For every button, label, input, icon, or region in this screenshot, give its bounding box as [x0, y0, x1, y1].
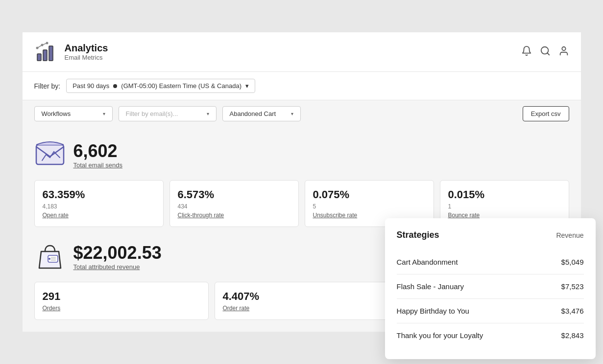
orders-value: 291 — [43, 290, 200, 303]
revenue-label[interactable]: Total attributed revenue — [73, 263, 162, 271]
time-range-value: Past 90 days — [72, 82, 109, 90]
ctr-count: 434 — [178, 203, 290, 210]
bounce-label[interactable]: Bounce rate — [448, 212, 561, 219]
orders-card: 291 Orders — [34, 282, 209, 320]
order-rate-value: 4.407% — [223, 290, 381, 303]
app-title: Analytics — [65, 43, 108, 54]
strategy-revenue-2: $7,523 — [561, 282, 584, 291]
strategies-header: Strategies Revenue — [397, 230, 584, 240]
email-filter-label: Filter by email(s)... — [126, 110, 178, 117]
svg-rect-10 — [36, 145, 64, 164]
strategy-revenue-3: $3,476 — [561, 307, 584, 315]
orders-label[interactable]: Orders — [43, 305, 200, 312]
unsub-label[interactable]: Unsubscribe rate — [313, 212, 426, 219]
strategy-row-4: Thank you for your Loyalty $2,843 — [397, 323, 584, 347]
header-title-group: Analytics Email Metrics — [65, 43, 108, 61]
sends-number: 6,602 — [73, 141, 122, 161]
timezone-dot-icon — [113, 84, 117, 88]
header-icon-group — [521, 46, 569, 58]
strategy-row-1: Cart Abandonment $5,049 — [397, 250, 584, 274]
revenue-number: $22,002.53 — [73, 243, 162, 263]
strategy-row-2: Flash Sale - January $7,523 — [397, 274, 584, 299]
filter-bar: Filter by: Past 90 days (GMT-05:00) East… — [23, 72, 581, 100]
bell-icon[interactable] — [521, 46, 532, 58]
strategy-revenue-1: $5,049 — [561, 258, 584, 266]
export-csv-button[interactable]: Export csv — [523, 106, 569, 121]
filter-dropdowns: Workflows ▾ Filter by email(s)... ▾ Aban… — [34, 106, 301, 121]
sends-section: 6,602 Total email sends — [34, 139, 569, 170]
strategy-name-2: Flash Sale - January — [397, 282, 464, 291]
strategy-name-4: Thank you for your Loyalty — [397, 331, 483, 340]
ctr-pct: 6.573% — [178, 188, 290, 201]
abandoned-cart-label: Abandoned Cart — [230, 110, 276, 117]
workflows-chevron-icon: ▾ — [103, 111, 105, 116]
filter-by-label: Filter by: — [34, 82, 61, 90]
email-filter-dropdown[interactable]: Filter by email(s)... ▾ — [119, 106, 217, 121]
svg-line-8 — [547, 53, 549, 55]
workflows-label: Workflows — [42, 110, 71, 117]
email-sends-icon — [34, 139, 66, 170]
time-range-button[interactable]: Past 90 days (GMT-05:00) Eastern Time (U… — [66, 79, 255, 93]
svg-point-12 — [48, 258, 50, 260]
revenue-info: $22,002.53 Total attributed revenue — [73, 243, 162, 271]
svg-rect-2 — [49, 46, 53, 61]
user-icon[interactable] — [558, 46, 569, 58]
search-icon[interactable] — [540, 46, 551, 58]
sends-label[interactable]: Total email sends — [73, 161, 122, 169]
svg-rect-0 — [37, 54, 41, 61]
revenue-icon — [34, 241, 66, 272]
svg-rect-1 — [43, 50, 47, 61]
sends-info: 6,602 Total email sends — [73, 141, 122, 169]
open-rate-card: 63.359% 4,183 Open rate — [34, 180, 164, 227]
strategy-name-1: Cart Abandonment — [397, 258, 458, 266]
ctr-card: 6.573% 434 Click-through rate — [169, 180, 299, 227]
timezone-value: (GMT-05:00) Eastern Time (US & Canada) — [121, 82, 241, 90]
unsub-count: 5 — [313, 203, 426, 210]
bounce-pct: 0.015% — [448, 188, 561, 201]
unsub-pct: 0.075% — [313, 188, 426, 201]
strategy-revenue-4: $2,843 — [561, 331, 584, 340]
ctr-label[interactable]: Click-through rate — [178, 212, 290, 219]
strategy-row-3: Happy Birthday to You $3,476 — [397, 299, 584, 323]
analytics-logo-icon — [34, 40, 58, 64]
open-rate-count: 4,183 — [43, 203, 155, 210]
svg-point-9 — [562, 47, 565, 50]
bounce-count: 1 — [448, 203, 561, 210]
order-rate-card: 4.407% Order rate — [215, 282, 389, 320]
open-rate-label[interactable]: Open rate — [43, 212, 155, 219]
strategies-title: Strategies — [397, 230, 439, 240]
open-rate-pct: 63.359% — [43, 188, 155, 201]
order-rate-label[interactable]: Order rate — [223, 305, 381, 312]
workflows-dropdown[interactable]: Workflows ▾ — [34, 106, 113, 121]
strategy-name-3: Happy Birthday to You — [397, 307, 469, 315]
app-subtitle: Email Metrics — [65, 54, 108, 61]
strategies-revenue-col-label: Revenue — [556, 231, 583, 239]
strategies-panel: Strategies Revenue Cart Abandonment $5,0… — [385, 218, 596, 359]
email-filter-chevron-icon: ▾ — [207, 111, 209, 116]
timezone-chevron-icon: ▾ — [245, 82, 249, 90]
abandoned-cart-dropdown[interactable]: Abandoned Cart ▾ — [222, 106, 301, 121]
abandoned-cart-chevron-icon: ▾ — [291, 111, 293, 116]
app-header: Analytics Email Metrics — [23, 32, 581, 72]
filter-row2: Workflows ▾ Filter by email(s)... ▾ Aban… — [23, 100, 581, 127]
